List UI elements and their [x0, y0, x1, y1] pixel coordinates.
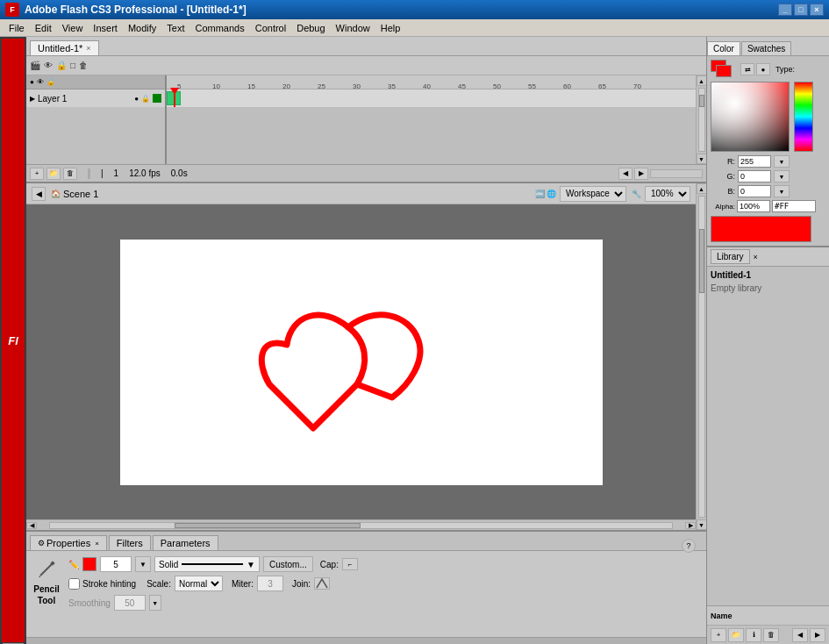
tl-icon-4[interactable]: □	[70, 61, 75, 70]
scene-back-btn[interactable]: ◀	[32, 187, 46, 201]
layers-panel: ● 👁 🔒 ▶ Layer 1 ● 🔒	[26, 75, 167, 164]
h-scrollbar[interactable]: ◀ ▶	[26, 519, 696, 530]
tl-scroll-down[interactable]: ▼	[697, 154, 707, 164]
menu-control[interactable]: Control	[250, 21, 291, 35]
reset-colors-btn[interactable]: ●	[756, 63, 770, 75]
tl-icon-trash[interactable]: 🗑	[79, 61, 88, 70]
tab-parameters[interactable]: Parameters	[153, 535, 218, 550]
tl-new-folder[interactable]: 📁	[46, 168, 61, 180]
tl-delete-layer[interactable]: 🗑	[63, 168, 77, 180]
swap-colors-btn[interactable]: ⇄	[740, 63, 754, 75]
tab-properties[interactable]: ⚙ Properties ×	[30, 535, 107, 550]
tab-filters[interactable]: Filters	[109, 535, 151, 550]
layer-outline	[153, 94, 161, 103]
tl-scroll-thumb[interactable]	[699, 95, 704, 107]
hscroll-left[interactable]: ◀	[26, 522, 37, 529]
r-input[interactable]	[738, 155, 771, 168]
scene-icon-1[interactable]: 🔤	[535, 190, 545, 198]
stage-vscrollbar[interactable]: ▲ ▼	[696, 183, 706, 530]
menu-window[interactable]: Window	[331, 21, 375, 35]
restore-button[interactable]: □	[794, 4, 808, 16]
hscroll-thumb[interactable]	[175, 523, 361, 528]
r-dropdown[interactable]: ▼	[774, 155, 790, 168]
tl-new-layer[interactable]: +	[30, 168, 44, 180]
custom-button[interactable]: Custom...	[263, 556, 313, 572]
frame-row[interactable]	[167, 89, 696, 107]
properties-help-btn[interactable]: ?	[682, 539, 696, 553]
stroke-hint-checkbox[interactable]	[68, 578, 80, 590]
library-close-btn[interactable]: ×	[754, 253, 758, 261]
scene-icon-2[interactable]: 🌐	[547, 190, 556, 198]
menu-modify[interactable]: Modify	[123, 21, 161, 35]
stage-scroll-thumb[interactable]	[699, 229, 704, 293]
color-spectrum[interactable]	[711, 82, 790, 152]
stroke-size-input[interactable]	[100, 556, 132, 572]
alpha-input[interactable]	[737, 200, 770, 212]
library-controls: + 📁 ℹ 🗑 ◀ ▶	[707, 625, 829, 644]
spectrum-area	[711, 82, 825, 152]
menu-commands[interactable]: Commands	[189, 21, 249, 35]
lib-new-symbol[interactable]: +	[711, 628, 726, 642]
properties-content: Pencil Tool ✏️ ▼ Solid ▼	[26, 551, 706, 637]
tl-icon-1[interactable]: 🎬	[30, 61, 40, 70]
stage-scroll-down[interactable]: ▼	[697, 519, 707, 530]
tl-progress[interactable]	[650, 169, 703, 178]
scale-select[interactable]: Normal	[175, 576, 223, 591]
stroke-size-dropdown[interactable]: ▼	[135, 556, 151, 572]
color-squares[interactable]	[711, 60, 735, 79]
lib-new-folder[interactable]: 📁	[728, 628, 744, 642]
bottom-panel-resize[interactable]	[26, 637, 706, 644]
menu-help[interactable]: Help	[375, 21, 406, 35]
stroke-color-swatch[interactable]	[82, 557, 96, 571]
pencil-icon-sm[interactable]: ✏️	[68, 560, 79, 569]
b-dropdown[interactable]: ▼	[774, 185, 790, 197]
menu-text[interactable]: Text	[161, 21, 189, 35]
color-tab[interactable]: Color	[707, 41, 740, 55]
layer-row-1[interactable]: ▶ Layer 1 ● 🔒	[26, 89, 165, 107]
help-icon[interactable]: ?	[682, 539, 696, 553]
stroke-style-dropdown[interactable]: Solid ▼	[154, 556, 260, 572]
lib-scroll-right[interactable]: ▶	[810, 628, 825, 642]
minimize-button[interactable]: _	[778, 4, 792, 16]
tl-icon-3[interactable]: 🔒	[56, 61, 67, 70]
hex-input[interactable]	[772, 200, 816, 212]
layer-header-lock: 🔒	[46, 78, 55, 86]
lib-scroll-left[interactable]: ◀	[792, 628, 808, 642]
timeline-vscrollbar[interactable]: ▲ ▼	[696, 75, 706, 164]
library-title: Untitled-1	[711, 270, 825, 280]
join-icon[interactable]	[314, 577, 330, 590]
swatches-tab[interactable]: Swatches	[741, 41, 791, 55]
tab-close-btn[interactable]: ×	[86, 44, 90, 53]
smoothing-arrow[interactable]: ▼	[149, 595, 161, 611]
library-content: Untitled-1 Empty library	[707, 267, 829, 605]
menu-debug[interactable]: Debug	[291, 21, 330, 35]
document-tab[interactable]: Untitled-1* ×	[30, 40, 99, 55]
tl-scroll-up[interactable]: ▲	[697, 75, 707, 86]
hscroll-right[interactable]: ▶	[685, 522, 696, 529]
menu-edit[interactable]: Edit	[30, 21, 57, 35]
library-tab[interactable]: Library	[711, 249, 750, 264]
g-input[interactable]	[738, 170, 771, 182]
b-input[interactable]	[738, 185, 771, 197]
workspace-select[interactable]: Workspace	[560, 186, 626, 202]
menu-insert[interactable]: Insert	[88, 21, 123, 35]
stage-scroll-up[interactable]: ▲	[697, 183, 707, 194]
menu-file[interactable]: File	[4, 21, 30, 35]
tl-prev-frame[interactable]: ◀	[618, 168, 632, 180]
g-dropdown[interactable]: ▼	[774, 170, 790, 182]
tool-icon	[33, 556, 60, 583]
close-button[interactable]: ×	[810, 4, 824, 16]
tl-play[interactable]: ▶	[634, 168, 648, 180]
scene-icon-3[interactable]: 🔧	[632, 190, 641, 198]
stroke-solid-line	[182, 563, 243, 565]
stage[interactable]	[26, 204, 696, 519]
properties-tab-close[interactable]: ×	[95, 540, 99, 547]
zoom-select[interactable]: 100%	[645, 186, 690, 202]
lib-delete[interactable]: 🗑	[763, 628, 779, 642]
color-gradient[interactable]	[794, 82, 813, 152]
lib-properties[interactable]: ℹ	[746, 628, 761, 642]
tl-icon-2[interactable]: 👁	[44, 61, 53, 70]
cap-icon[interactable]: ⌐	[342, 558, 358, 570]
playhead[interactable]	[174, 89, 175, 107]
menu-view[interactable]: View	[57, 21, 89, 35]
